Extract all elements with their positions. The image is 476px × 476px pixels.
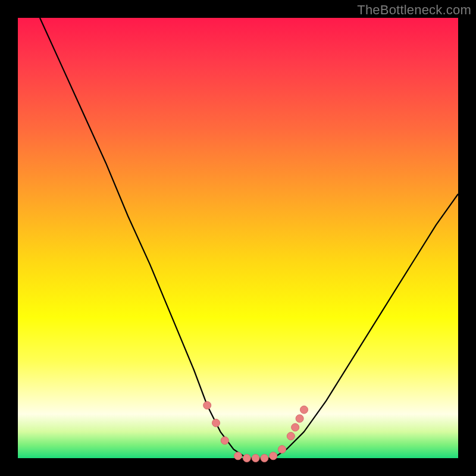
data-marker (234, 452, 242, 460)
data-marker (252, 455, 259, 462)
data-marker (243, 455, 250, 462)
curve-layer (18, 18, 458, 458)
data-marker (278, 446, 286, 453)
data-marker (212, 419, 220, 427)
plot-area (18, 18, 458, 458)
watermark-text: TheBottleneck.com (357, 2, 471, 18)
data-marker (300, 406, 308, 414)
chart-frame: TheBottleneck.com (0, 0, 476, 476)
data-marker (292, 424, 299, 431)
marker-group (203, 402, 308, 462)
data-marker (203, 402, 211, 409)
data-marker (221, 437, 228, 444)
data-marker (287, 433, 295, 440)
data-marker (296, 415, 303, 422)
data-marker (261, 455, 268, 462)
data-marker (270, 452, 277, 460)
bottleneck-curve (40, 18, 458, 458)
